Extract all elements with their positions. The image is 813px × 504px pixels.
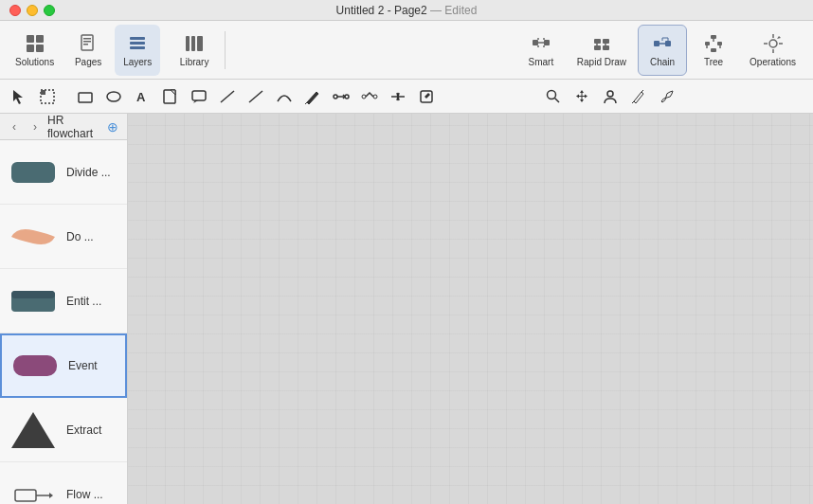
toolbar-operations[interactable]: Operations xyxy=(740,25,805,76)
layer-item-flow[interactable]: Flow ... xyxy=(0,462,127,504)
svg-rect-28 xyxy=(665,41,671,46)
note-icon xyxy=(162,88,179,105)
solutions-icon xyxy=(24,32,46,55)
toolbar-tree[interactable]: Tree xyxy=(689,25,738,76)
layer-name-divide: Divide ... xyxy=(66,166,111,179)
pencil-icon xyxy=(630,88,647,105)
svg-point-70 xyxy=(607,91,613,97)
svg-rect-5 xyxy=(83,38,91,40)
brush-icon xyxy=(659,88,676,105)
title-text: Untitled 2 - Page2 xyxy=(336,4,427,17)
tool-ellipse[interactable] xyxy=(100,83,127,110)
minimize-button[interactable] xyxy=(27,5,38,16)
tool-text[interactable]: A xyxy=(129,83,155,110)
svg-rect-15 xyxy=(544,40,550,45)
layer-thumbnail-event xyxy=(9,340,61,391)
svg-line-69 xyxy=(555,98,560,102)
tool-format[interactable] xyxy=(413,83,440,110)
toolbar-layers[interactable]: Layers xyxy=(115,25,160,76)
svg-rect-12 xyxy=(191,36,195,51)
toolbar-library[interactable]: Library xyxy=(172,25,217,76)
connector-icon xyxy=(333,88,350,105)
close-button[interactable] xyxy=(9,5,21,16)
tool-cut-connector[interactable] xyxy=(385,83,411,110)
layer-name-entit: Entit ... xyxy=(66,295,101,308)
tree-label: Tree xyxy=(704,57,723,67)
layer-item-do[interactable]: Do ... xyxy=(0,205,127,269)
toolbar-solutions[interactable]: Solutions xyxy=(8,25,62,76)
tool-connector[interactable] xyxy=(328,83,354,110)
canvas-area[interactable] xyxy=(128,114,813,504)
svg-point-62 xyxy=(362,95,366,99)
pages-icon xyxy=(77,32,99,55)
svg-line-71 xyxy=(632,101,634,103)
tool-pen[interactable] xyxy=(299,83,326,110)
layers-label: Layers xyxy=(123,57,152,67)
tool-callout[interactable] xyxy=(186,83,212,110)
layer-item-entit[interactable]: Entit ... xyxy=(0,269,127,333)
text-icon: A xyxy=(134,88,151,105)
layer-thumbnail-divide xyxy=(8,147,59,198)
tool-pencil[interactable] xyxy=(625,83,652,110)
svg-marker-43 xyxy=(13,90,23,104)
tool-diagonal-line[interactable] xyxy=(243,83,269,110)
tool-rectangle[interactable] xyxy=(72,83,99,110)
sidebar-forward[interactable]: › xyxy=(27,118,44,135)
layer-item-event[interactable]: Event xyxy=(0,333,127,398)
toolbar-smart[interactable]: Smart xyxy=(516,25,566,76)
layer-name-do: Do ... xyxy=(66,230,94,243)
sidebar-back[interactable]: ‹ xyxy=(6,118,23,135)
titlebar: Untitled 2 - Page2 — Edited xyxy=(0,0,813,21)
tool-arc[interactable] xyxy=(271,83,298,110)
tool-user[interactable] xyxy=(597,83,623,110)
svg-marker-77 xyxy=(11,412,55,448)
svg-rect-45 xyxy=(41,90,45,95)
sidebar-options[interactable]: ⊕ xyxy=(104,118,121,135)
layer-item-divide[interactable]: Divide ... xyxy=(0,140,127,205)
svg-rect-0 xyxy=(27,35,34,43)
svg-rect-1 xyxy=(36,35,44,43)
svg-point-58 xyxy=(345,95,349,99)
svg-rect-3 xyxy=(36,45,44,52)
tool-note[interactable] xyxy=(157,83,184,110)
tool-edit-connector[interactable] xyxy=(356,83,383,110)
edit-connector-icon xyxy=(361,88,378,105)
pan-icon xyxy=(573,88,590,105)
svg-rect-24 xyxy=(603,45,609,50)
svg-point-68 xyxy=(548,90,556,99)
svg-text:A: A xyxy=(136,90,146,104)
tools-toolbar: A xyxy=(0,80,813,114)
smart-icon xyxy=(530,32,552,55)
layer-name-event: Event xyxy=(68,359,98,372)
tool-search[interactable] xyxy=(540,83,567,110)
callout-icon xyxy=(190,88,208,105)
tree-icon xyxy=(702,32,725,55)
svg-rect-21 xyxy=(594,39,601,44)
tool-select[interactable] xyxy=(6,83,32,110)
tool-line[interactable] xyxy=(214,83,241,110)
svg-rect-73 xyxy=(11,162,55,183)
svg-rect-76 xyxy=(13,355,57,376)
sidebar-title: HR flowchart xyxy=(47,114,100,140)
tool-pan[interactable] xyxy=(569,83,595,110)
toolbar-rapid-draw[interactable]: Rapid Draw xyxy=(568,25,636,76)
toolbar-chain[interactable]: Chain xyxy=(638,25,687,76)
svg-rect-2 xyxy=(27,45,34,52)
tool-selection-box[interactable] xyxy=(34,83,61,110)
arc-icon xyxy=(276,88,293,105)
svg-rect-51 xyxy=(192,91,206,100)
diagonal-line-icon xyxy=(247,88,264,105)
layer-item-extract[interactable]: Extract xyxy=(0,398,127,462)
svg-rect-30 xyxy=(711,35,716,39)
top-toolbar: Solutions Pages Layers Library xyxy=(0,21,813,80)
rectangle-icon xyxy=(77,88,94,105)
maximize-button[interactable] xyxy=(44,5,55,16)
svg-rect-27 xyxy=(654,41,659,46)
search-icon xyxy=(545,88,562,105)
window-title: Untitled 2 - Page2 — Edited xyxy=(336,4,478,17)
svg-line-53 xyxy=(221,91,234,102)
svg-rect-9 xyxy=(130,42,145,45)
toolbar-pages[interactable]: Pages xyxy=(65,25,111,76)
titlebar-controls xyxy=(9,5,55,16)
tool-brush[interactable] xyxy=(654,83,680,110)
